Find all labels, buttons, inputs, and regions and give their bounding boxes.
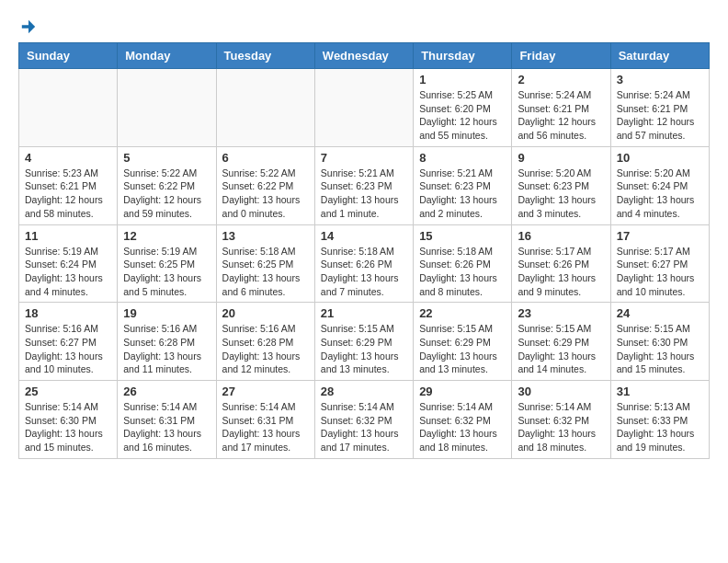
day-info: Sunrise: 5:18 AM Sunset: 6:26 PM Dayligh… [321, 245, 407, 299]
calendar-cell: 14Sunrise: 5:18 AM Sunset: 6:26 PM Dayli… [314, 224, 413, 303]
calendar-body: 1Sunrise: 5:25 AM Sunset: 6:20 PM Daylig… [19, 69, 710, 459]
week-row-1: 4Sunrise: 5:23 AM Sunset: 6:21 PM Daylig… [19, 146, 710, 224]
day-info: Sunrise: 5:16 AM Sunset: 6:28 PM Dayligh… [222, 322, 309, 376]
calendar-cell: 10Sunrise: 5:20 AM Sunset: 6:24 PM Dayli… [610, 146, 709, 224]
day-info: Sunrise: 5:19 AM Sunset: 6:25 PM Dayligh… [123, 245, 210, 299]
day-info: Sunrise: 5:15 AM Sunset: 6:29 PM Dayligh… [321, 322, 407, 376]
day-info: Sunrise: 5:17 AM Sunset: 6:26 PM Dayligh… [518, 245, 604, 299]
day-number: 21 [321, 306, 407, 320]
calendar-cell: 29Sunrise: 5:14 AM Sunset: 6:32 PM Dayli… [414, 381, 512, 459]
page-header [18, 18, 710, 35]
day-number: 18 [25, 306, 111, 320]
day-number: 5 [123, 151, 210, 165]
calendar-cell [118, 69, 216, 147]
day-info: Sunrise: 5:16 AM Sunset: 6:28 PM Dayligh… [123, 322, 210, 376]
calendar-cell: 6Sunrise: 5:22 AM Sunset: 6:22 PM Daylig… [216, 146, 314, 224]
day-info: Sunrise: 5:25 AM Sunset: 6:20 PM Dayligh… [419, 88, 506, 143]
day-number: 11 [25, 229, 111, 243]
calendar-cell [19, 69, 118, 147]
day-info: Sunrise: 5:15 AM Sunset: 6:29 PM Dayligh… [518, 322, 604, 376]
day-info: Sunrise: 5:14 AM Sunset: 6:32 PM Dayligh… [518, 400, 604, 454]
day-number: 8 [419, 151, 506, 165]
day-info: Sunrise: 5:19 AM Sunset: 6:24 PM Dayligh… [25, 245, 111, 299]
day-info: Sunrise: 5:20 AM Sunset: 6:24 PM Dayligh… [617, 167, 703, 221]
weekday-saturday: Saturday [610, 43, 709, 69]
day-number: 31 [617, 385, 703, 398]
day-info: Sunrise: 5:14 AM Sunset: 6:30 PM Dayligh… [25, 400, 111, 454]
weekday-wednesday: Wednesday [314, 43, 413, 69]
calendar-cell: 23Sunrise: 5:15 AM Sunset: 6:29 PM Dayli… [512, 303, 610, 381]
day-number: 24 [617, 306, 703, 320]
calendar-cell: 7Sunrise: 5:21 AM Sunset: 6:23 PM Daylig… [314, 146, 413, 224]
day-info: Sunrise: 5:22 AM Sunset: 6:22 PM Dayligh… [123, 167, 210, 221]
day-number: 22 [419, 306, 506, 320]
weekday-friday: Friday [512, 43, 610, 69]
calendar-cell: 25Sunrise: 5:14 AM Sunset: 6:30 PM Dayli… [19, 381, 118, 459]
weekday-thursday: Thursday [414, 43, 512, 69]
calendar-cell: 19Sunrise: 5:16 AM Sunset: 6:28 PM Dayli… [118, 303, 216, 381]
day-info: Sunrise: 5:16 AM Sunset: 6:27 PM Dayligh… [25, 322, 111, 376]
day-info: Sunrise: 5:24 AM Sunset: 6:21 PM Dayligh… [518, 88, 604, 143]
week-row-2: 11Sunrise: 5:19 AM Sunset: 6:24 PM Dayli… [19, 224, 710, 303]
day-info: Sunrise: 5:24 AM Sunset: 6:21 PM Dayligh… [617, 88, 703, 143]
day-info: Sunrise: 5:22 AM Sunset: 6:22 PM Dayligh… [222, 167, 309, 221]
logo [18, 18, 37, 35]
weekday-monday: Monday [118, 43, 216, 69]
calendar-cell: 4Sunrise: 5:23 AM Sunset: 6:21 PM Daylig… [19, 146, 118, 224]
day-number: 4 [25, 151, 111, 165]
day-number: 20 [222, 306, 309, 320]
calendar-cell: 16Sunrise: 5:17 AM Sunset: 6:26 PM Dayli… [512, 224, 610, 303]
calendar-cell: 5Sunrise: 5:22 AM Sunset: 6:22 PM Daylig… [118, 146, 216, 224]
calendar-cell: 21Sunrise: 5:15 AM Sunset: 6:29 PM Dayli… [314, 303, 413, 381]
calendar-cell: 27Sunrise: 5:14 AM Sunset: 6:31 PM Dayli… [216, 381, 314, 459]
day-number: 6 [222, 151, 309, 165]
day-number: 26 [123, 385, 210, 398]
day-number: 3 [617, 73, 703, 86]
calendar-cell: 24Sunrise: 5:15 AM Sunset: 6:30 PM Dayli… [610, 303, 709, 381]
calendar: SundayMondayTuesdayWednesdayThursdayFrid… [18, 42, 710, 459]
day-info: Sunrise: 5:15 AM Sunset: 6:29 PM Dayligh… [419, 322, 506, 376]
day-number: 1 [419, 73, 506, 86]
day-info: Sunrise: 5:21 AM Sunset: 6:23 PM Dayligh… [321, 167, 407, 221]
calendar-cell: 1Sunrise: 5:25 AM Sunset: 6:20 PM Daylig… [414, 69, 512, 147]
calendar-cell: 26Sunrise: 5:14 AM Sunset: 6:31 PM Dayli… [118, 381, 216, 459]
day-number: 29 [419, 385, 506, 398]
calendar-cell [314, 69, 413, 147]
day-number: 2 [518, 73, 604, 86]
day-info: Sunrise: 5:14 AM Sunset: 6:31 PM Dayligh… [222, 400, 309, 454]
day-number: 15 [419, 229, 506, 243]
calendar-cell: 9Sunrise: 5:20 AM Sunset: 6:23 PM Daylig… [512, 146, 610, 224]
calendar-cell: 17Sunrise: 5:17 AM Sunset: 6:27 PM Dayli… [610, 224, 709, 303]
day-number: 25 [25, 385, 111, 398]
day-info: Sunrise: 5:21 AM Sunset: 6:23 PM Dayligh… [419, 167, 506, 221]
calendar-cell: 18Sunrise: 5:16 AM Sunset: 6:27 PM Dayli… [19, 303, 118, 381]
day-info: Sunrise: 5:23 AM Sunset: 6:21 PM Dayligh… [25, 167, 111, 221]
calendar-cell: 8Sunrise: 5:21 AM Sunset: 6:23 PM Daylig… [414, 146, 512, 224]
day-info: Sunrise: 5:18 AM Sunset: 6:26 PM Dayligh… [419, 245, 506, 299]
calendar-cell: 31Sunrise: 5:13 AM Sunset: 6:33 PM Dayli… [610, 381, 709, 459]
day-number: 27 [222, 385, 309, 398]
calendar-cell: 11Sunrise: 5:19 AM Sunset: 6:24 PM Dayli… [19, 224, 118, 303]
weekday-row: SundayMondayTuesdayWednesdayThursdayFrid… [19, 43, 710, 69]
day-number: 30 [518, 385, 604, 398]
day-info: Sunrise: 5:13 AM Sunset: 6:33 PM Dayligh… [617, 400, 703, 454]
day-number: 14 [321, 229, 407, 243]
calendar-cell: 22Sunrise: 5:15 AM Sunset: 6:29 PM Dayli… [414, 303, 512, 381]
day-info: Sunrise: 5:17 AM Sunset: 6:27 PM Dayligh… [617, 245, 703, 299]
day-number: 19 [123, 306, 210, 320]
day-info: Sunrise: 5:20 AM Sunset: 6:23 PM Dayligh… [518, 167, 604, 221]
calendar-cell: 12Sunrise: 5:19 AM Sunset: 6:25 PM Dayli… [118, 224, 216, 303]
day-number: 16 [518, 229, 604, 243]
weekday-tuesday: Tuesday [216, 43, 314, 69]
day-info: Sunrise: 5:14 AM Sunset: 6:32 PM Dayligh… [419, 400, 506, 454]
day-info: Sunrise: 5:15 AM Sunset: 6:30 PM Dayligh… [617, 322, 703, 376]
calendar-cell: 2Sunrise: 5:24 AM Sunset: 6:21 PM Daylig… [512, 69, 610, 147]
calendar-cell: 13Sunrise: 5:18 AM Sunset: 6:25 PM Dayli… [216, 224, 314, 303]
day-number: 7 [321, 151, 407, 165]
day-number: 10 [617, 151, 703, 165]
calendar-header: SundayMondayTuesdayWednesdayThursdayFrid… [19, 43, 710, 69]
calendar-cell: 30Sunrise: 5:14 AM Sunset: 6:32 PM Dayli… [512, 381, 610, 459]
week-row-4: 25Sunrise: 5:14 AM Sunset: 6:30 PM Dayli… [19, 381, 710, 459]
calendar-cell: 28Sunrise: 5:14 AM Sunset: 6:32 PM Dayli… [314, 381, 413, 459]
day-number: 9 [518, 151, 604, 165]
